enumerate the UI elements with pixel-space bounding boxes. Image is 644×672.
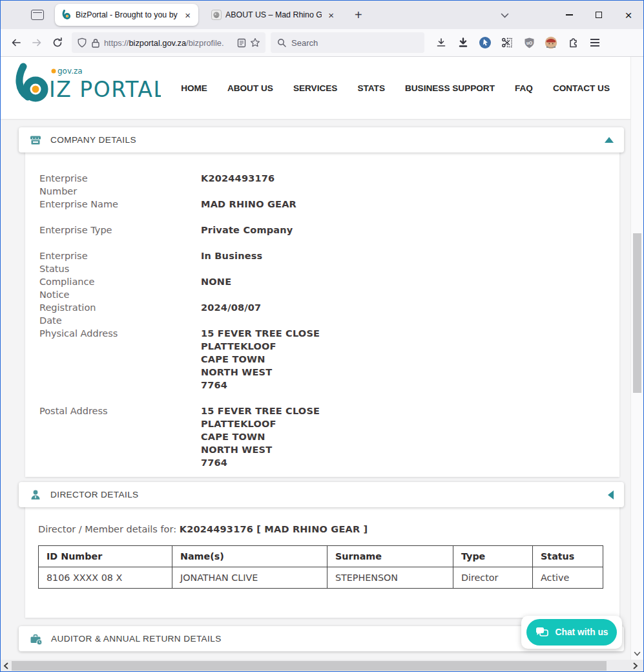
site-header: gov.za IZ PORTAL HOME ABOUT US SERVICES …	[1, 57, 643, 119]
new-tab-button[interactable]: +	[347, 6, 370, 24]
field-enterprise-number: Enterprise Number K2024493176	[39, 172, 619, 198]
list-all-tabs-button[interactable]	[492, 5, 518, 25]
nav-item-business-support[interactable]: BUSINESS SUPPORT	[405, 83, 495, 93]
pointer-extension-button[interactable]	[475, 32, 495, 53]
company-details-panel: Enterprise Number K2024493176 Enterprise…	[25, 151, 619, 477]
field-enterprise-name: Enterprise Name MAD RHINO GEAR	[39, 198, 619, 224]
bold-download-icon	[457, 37, 469, 48]
reader-mode-icon[interactable]	[237, 38, 246, 48]
search-icon	[277, 38, 286, 47]
column-header-id-number: ID Number	[39, 546, 172, 567]
downloads-button[interactable]	[431, 32, 452, 53]
field-enterprise-type: Enterprise Type Private Company	[39, 224, 619, 249]
cell-surname: STEPHENSON	[327, 567, 453, 589]
field-value: K2024493176	[201, 172, 275, 198]
tab-about-us[interactable]: ABOUT US – Mad Rhino Gear ×	[205, 4, 342, 26]
field-label: Registration Date	[39, 301, 201, 327]
column-header-status: Status	[533, 546, 603, 567]
field-value: NONE	[201, 275, 231, 301]
field-label: Physical Address	[39, 327, 201, 392]
section-title: COMPANY DETAILS	[50, 135, 136, 145]
horizontal-scrollbar[interactable]	[1, 660, 643, 671]
rhino-favicon-icon	[211, 10, 222, 20]
column-header-names: Name(s)	[172, 546, 327, 567]
search-placeholder: Search	[291, 38, 318, 48]
minimize-button[interactable]	[554, 1, 584, 29]
storefront-icon	[29, 134, 42, 147]
tab-bizportal[interactable]: BizPortal - Brought to you by th ×	[55, 4, 198, 26]
maximize-button[interactable]	[584, 1, 614, 29]
bizportal-logo[interactable]: gov.za IZ PORTAL	[12, 63, 161, 108]
svg-text:uO: uO	[526, 40, 532, 45]
address-bar[interactable]: https://bizportal.gov.za/bizprofile.	[72, 32, 265, 53]
director-details-panel: Director / Member details for: K20244931…	[25, 506, 619, 618]
section-title: AUDITOR & ANNUAL RETURN DETAILS	[51, 634, 222, 644]
reload-button[interactable]	[47, 32, 68, 53]
horizontal-scrollbar-thumb[interactable]	[12, 661, 607, 671]
screenshot-extension-button[interactable]	[497, 32, 517, 53]
field-value: 15 FEVER TREE CLOSE PLATTEKLOOF CAPE TOW…	[201, 327, 320, 392]
firefox-view-button[interactable]	[26, 4, 48, 26]
search-bar[interactable]: Search	[271, 32, 424, 53]
maximize-icon	[596, 12, 602, 18]
field-value: 2024/08/07	[201, 301, 261, 327]
blue-pointer-icon	[479, 36, 492, 49]
reload-icon	[52, 37, 63, 48]
chevron-down-icon	[501, 13, 509, 18]
scroll-left-icon[interactable]	[3, 662, 8, 669]
cell-id-number: 8106 XXXX 08 X	[39, 567, 172, 589]
forward-button[interactable]	[26, 32, 47, 53]
tab-title: ABOUT US – Mad Rhino Gear	[225, 10, 322, 19]
collapse-up-icon[interactable]	[605, 137, 614, 143]
scroll-right-icon[interactable]	[633, 662, 638, 669]
vertical-scrollbar-thumb[interactable]	[633, 233, 641, 393]
field-value: In Business	[201, 249, 262, 275]
nav-item-contact-us[interactable]: CONTACT US	[553, 83, 610, 93]
column-header-surname: Surname	[327, 546, 453, 567]
field-physical-address: Physical Address 15 FEVER TREE CLOSE PLA…	[39, 327, 619, 392]
tab-close-icon[interactable]: ×	[326, 10, 337, 20]
back-icon	[10, 37, 22, 48]
bookmark-star-icon[interactable]	[250, 37, 260, 48]
company-details-header[interactable]: COMPANY DETAILS	[19, 127, 624, 152]
close-window-button[interactable]: ×	[614, 1, 643, 29]
video-downloader-button[interactable]	[453, 32, 473, 53]
collapse-left-icon[interactable]	[608, 490, 614, 499]
nav-item-faq[interactable]: FAQ	[515, 83, 533, 93]
avatar	[545, 36, 557, 49]
vertical-scrollbar[interactable]	[630, 57, 643, 660]
column-header-type: Type	[453, 546, 533, 567]
field-compliance-notice: Compliance Notice NONE	[39, 275, 619, 301]
back-button[interactable]	[6, 32, 26, 53]
shield-icon	[77, 37, 87, 48]
ublock-origin-button[interactable]: uO	[519, 32, 539, 53]
field-value: 15 FEVER TREE CLOSE PLATTEKLOOF CAPE TOW…	[201, 404, 320, 469]
chat-label: Chat with us	[555, 627, 608, 637]
director-details-header[interactable]: DIRECTOR DETAILS	[19, 482, 624, 507]
nav-item-services[interactable]: SERVICES	[293, 83, 338, 93]
firefox-view-icon	[31, 10, 44, 20]
field-enterprise-status: Enterprise Status In Business	[39, 249, 619, 275]
nav-item-stats[interactable]: STATS	[357, 83, 385, 93]
download-icon	[435, 37, 447, 48]
tab-close-icon[interactable]: ×	[182, 10, 193, 20]
nav-item-about-us[interactable]: ABOUT US	[227, 83, 273, 93]
chat-widget: Chat with us	[521, 616, 622, 649]
scroll-down-icon[interactable]	[634, 651, 641, 656]
puzzle-piece-icon	[567, 37, 579, 49]
navigation-toolbar: https://bizportal.gov.za/bizprofile. Sea…	[1, 29, 643, 57]
director-intro-value: K2024493176 [ MAD RHINO GEAR ]	[180, 524, 368, 534]
app-menu-button[interactable]	[585, 32, 605, 53]
logo-gov-za: gov.za	[57, 67, 83, 76]
lock-icon	[91, 38, 100, 48]
extensions-button[interactable]	[563, 32, 583, 53]
minimize-icon	[566, 14, 573, 15]
toolbar-extension-icons: uO	[431, 32, 605, 53]
briefcase-clock-icon	[29, 633, 43, 646]
field-label: Enterprise Name	[39, 198, 201, 224]
nav-item-home[interactable]: HOME	[181, 83, 207, 93]
field-label: Compliance Notice	[39, 275, 201, 301]
account-avatar-button[interactable]	[541, 32, 561, 53]
chat-with-us-button[interactable]: Chat with us	[526, 619, 617, 646]
browser-window: BizPortal - Brought to you by th × ABOUT…	[0, 0, 644, 672]
